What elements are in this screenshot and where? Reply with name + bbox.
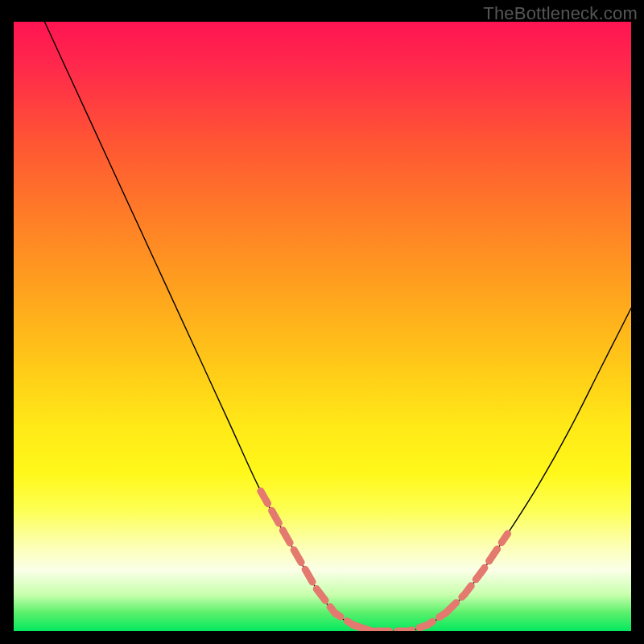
plot-area [14,22,631,631]
watermark-text: TheBottleneck.com [483,3,638,24]
bottleneck-curve [44,22,631,631]
chart-svg [14,22,631,631]
chart-frame: TheBottleneck.com [0,0,644,644]
highlight-dashes-right [446,534,508,613]
highlight-dashes-left [261,491,372,631]
highlight-dashes-bottom [353,613,446,631]
